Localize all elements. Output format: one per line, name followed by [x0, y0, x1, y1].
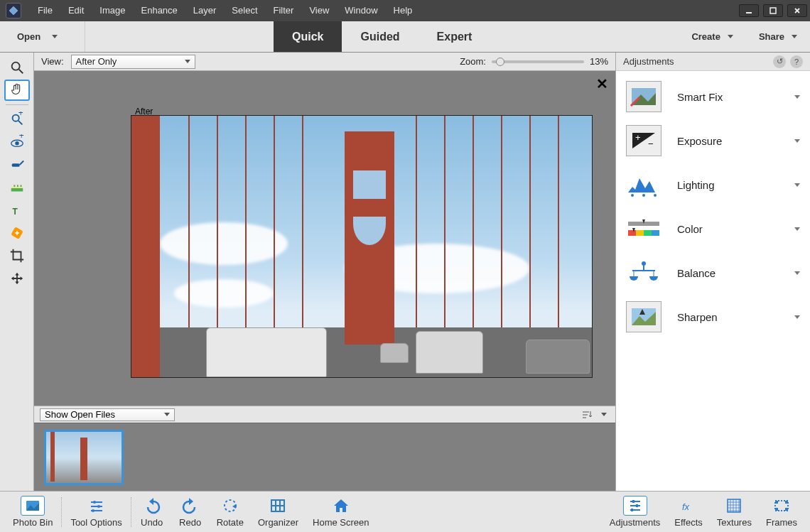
reset-icon[interactable]: ↺ [773, 55, 786, 68]
view-select[interactable]: After Only [71, 55, 195, 69]
svg-marker-59 [232, 504, 236, 509]
adj-color[interactable]: Color [620, 210, 806, 247]
options-bar: View: After Only Zoom: 13% [34, 53, 615, 71]
thumbnail[interactable] [44, 430, 124, 485]
document-image[interactable] [131, 115, 593, 378]
bin-select-value: Show Open Files [45, 409, 115, 420]
balance-icon [626, 257, 662, 288]
svg-rect-76 [775, 508, 778, 511]
hand-tool[interactable] [4, 80, 30, 101]
redeye-tool[interactable]: + [4, 131, 30, 153]
adj-smart-fix[interactable]: Smart Fix [620, 78, 806, 115]
svg-text:+: + [18, 112, 23, 118]
act-photo-bin[interactable]: Photo Bin [6, 496, 60, 528]
menu-window[interactable]: Window [337, 0, 385, 21]
zoom-slider-thumb[interactable] [496, 58, 504, 66]
svg-point-31 [654, 194, 657, 197]
menu-help[interactable]: Help [386, 0, 421, 21]
adj-balance[interactable]: Balance [620, 254, 806, 291]
menu-image[interactable]: Image [92, 0, 133, 21]
text-tool[interactable]: T [4, 200, 30, 221]
svg-rect-14 [11, 187, 23, 188]
svg-line-12 [19, 161, 23, 165]
adj-label: Sharpen [677, 311, 779, 323]
panel-title: Adjustments [623, 56, 674, 67]
act-textures[interactable]: Textures [710, 496, 759, 528]
straighten-tool[interactable] [4, 177, 30, 198]
adj-exposure[interactable]: +− Exposure [620, 122, 806, 159]
act-adjustments[interactable]: Adjustments [603, 496, 668, 528]
create-button[interactable]: Create [679, 21, 745, 52]
zoom-slider[interactable] [492, 60, 584, 63]
svg-rect-13 [11, 188, 23, 192]
photo-bin [34, 423, 615, 491]
toolbar: + + T [0, 53, 34, 491]
menu-view[interactable]: View [301, 0, 337, 21]
svg-rect-68 [636, 504, 638, 507]
svg-rect-75 [785, 501, 788, 504]
adj-sharpen[interactable]: Sharpen [620, 298, 806, 335]
move-tool[interactable] [4, 268, 30, 289]
act-redo[interactable]: Redo [171, 496, 210, 528]
chevron-down-icon [794, 183, 800, 187]
bin-sort-icon[interactable] [581, 410, 593, 420]
svg-marker-0 [9, 6, 18, 15]
share-button[interactable]: Share [746, 21, 810, 52]
svg-text:fx: fx [682, 501, 690, 512]
tab-quick[interactable]: Quick [274, 21, 342, 52]
act-organizer[interactable]: Organizer [251, 496, 306, 528]
bin-select[interactable]: Show Open Files [40, 408, 175, 421]
help-icon[interactable]: ? [790, 55, 803, 68]
menu-enhance[interactable]: Enhance [134, 0, 185, 21]
act-effects[interactable]: fx Effects [667, 496, 710, 528]
close-document-button[interactable]: ✕ [596, 75, 608, 92]
zoom-tool[interactable] [4, 57, 30, 78]
spot-heal-tool[interactable] [4, 222, 30, 244]
act-rotate[interactable]: Rotate [210, 496, 251, 528]
act-home-screen[interactable]: Home Screen [306, 496, 376, 528]
svg-point-51 [93, 501, 96, 504]
open-button[interactable]: Open [0, 21, 85, 52]
chevron-down-icon [794, 95, 800, 99]
chevron-down-icon [52, 35, 58, 38]
menu-edit[interactable]: Edit [60, 0, 92, 21]
act-label: Tool Options [70, 517, 122, 528]
tab-guided[interactable]: Guided [342, 21, 418, 52]
whiten-tool[interactable] [4, 154, 30, 175]
svg-rect-1 [746, 12, 752, 13]
svg-marker-57 [189, 498, 193, 505]
act-label: Textures [717, 517, 752, 528]
view-label: View: [41, 56, 64, 67]
menu-filter[interactable]: Filter [266, 0, 302, 21]
chevron-down-icon [792, 35, 797, 38]
adj-label: Lighting [677, 179, 779, 191]
window-controls [739, 4, 810, 17]
eyedropper-tool[interactable]: + [4, 109, 30, 130]
adj-lighting[interactable]: Lighting [620, 166, 806, 203]
color-icon [626, 213, 662, 244]
view-select-value: After Only [76, 56, 117, 67]
share-label: Share [759, 31, 784, 42]
maximize-button[interactable] [763, 4, 783, 17]
act-frames[interactable]: Frames [759, 496, 804, 528]
crop-tool[interactable] [4, 245, 30, 266]
menu-select[interactable]: Select [224, 0, 265, 21]
svg-rect-35 [628, 230, 636, 236]
menu-layer[interactable]: Layer [185, 0, 225, 21]
svg-marker-56 [149, 498, 153, 505]
menu-file[interactable]: File [30, 0, 60, 21]
act-undo[interactable]: Undo [133, 496, 171, 528]
svg-rect-77 [785, 508, 788, 511]
chevron-down-icon [794, 227, 800, 231]
act-tool-options[interactable]: Tool Options [63, 496, 129, 528]
canvas-area: ✕ After [34, 71, 615, 406]
sharpen-icon [626, 301, 662, 332]
lighting-icon [626, 169, 662, 200]
minimize-button[interactable] [739, 4, 759, 17]
svg-text:+: + [18, 134, 23, 141]
svg-point-53 [97, 505, 100, 508]
tab-expert[interactable]: Expert [418, 21, 491, 52]
bin-menu-icon[interactable] [598, 410, 610, 420]
svg-text:+: + [635, 132, 641, 143]
close-button[interactable] [787, 4, 807, 17]
